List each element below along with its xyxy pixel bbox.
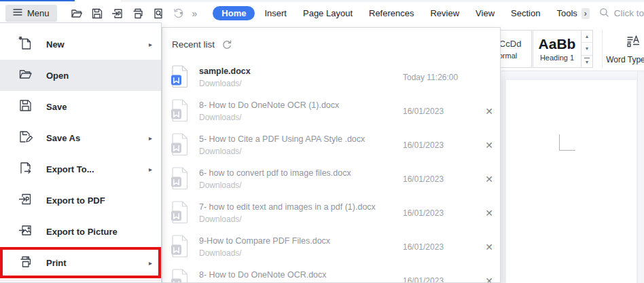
menu-item-label: Open <box>46 71 69 81</box>
tab-references[interactable]: References <box>361 6 422 20</box>
file-path: Downloads/ <box>199 181 403 190</box>
file-date: 16/01/2023 <box>403 242 478 252</box>
style-preview: AaBb <box>539 36 576 52</box>
menu-item-save-as[interactable]: Save As ▸ <box>0 122 161 153</box>
tab-section[interactable]: Section <box>503 6 548 20</box>
file-path: Downloads/ <box>199 248 403 258</box>
undo-icon[interactable]: ▾ <box>173 7 183 19</box>
menu-item-label: Export to PDF <box>46 195 105 206</box>
file-date: 16/01/2023 <box>403 107 478 116</box>
docx-file-icon <box>171 65 199 90</box>
file-name: 9-How to Compare PDF Files.docx <box>199 236 403 246</box>
menu-item-export-to-picture[interactable]: Export to Picture <box>0 216 161 247</box>
menu-item-label: Print <box>46 258 67 268</box>
close-icon[interactable]: ✕ <box>478 174 501 185</box>
find-commands-search[interactable]: Click to find commands <box>599 7 644 20</box>
ribbon-tabs: Home Insert Page Layout References Revie… <box>213 6 589 20</box>
save-as-icon <box>18 130 33 147</box>
menu-item-label: New <box>46 39 65 50</box>
close-icon[interactable]: ✕ <box>478 140 501 151</box>
menu-item-export-to[interactable]: Export To... ▸ <box>0 153 161 185</box>
recent-file-row[interactable]: 8- How to Do OneNote OCR.docx Downloads/… <box>171 264 492 283</box>
main-toolbar: Menu ▾ » Hom <box>0 2 644 24</box>
document-page[interactable] <box>506 80 637 283</box>
hamburger-icon <box>13 8 22 18</box>
print-icon[interactable] <box>132 7 144 20</box>
recent-file-row[interactable]: 7- how to edit text and images in a pdf … <box>171 196 492 230</box>
gallery-up-icon[interactable]: ▴ <box>582 31 592 43</box>
style-heading1[interactable]: AaBb Heading 1 <box>533 30 582 68</box>
file-name: 7- how to edit text and images in a pdf … <box>199 202 403 212</box>
export-picture-icon <box>18 223 33 240</box>
file-name: 6- how to convert pdf to image files.doc… <box>199 168 403 178</box>
file-path: Downloads/ <box>199 214 403 224</box>
menu-item-open[interactable]: Open <box>0 60 161 91</box>
save-icon[interactable] <box>91 7 103 20</box>
menu-item-label: Save <box>46 102 67 112</box>
menu-item-label: Save As <box>46 133 80 143</box>
recent-file-row[interactable]: 6- how to convert pdf to image files.doc… <box>171 162 492 196</box>
export-pdf-icon[interactable] <box>111 7 124 20</box>
docx-file-icon <box>171 99 199 124</box>
open-icon[interactable] <box>71 7 83 20</box>
close-icon[interactable]: ✕ <box>478 276 501 283</box>
file-date: 16/01/2023 <box>403 140 478 150</box>
submenu-arrow-icon: ▸ <box>149 166 152 173</box>
docx-file-icon <box>171 235 199 260</box>
refresh-icon[interactable] <box>221 39 232 50</box>
tools-chevron-icon[interactable]: › <box>582 8 590 19</box>
menu-item-save[interactable]: Save <box>0 91 161 122</box>
ribbon-separator <box>602 29 603 69</box>
document-area <box>501 71 644 283</box>
recent-file-row[interactable]: 5- How to Cite a PDF Using APA Style .do… <box>171 128 492 162</box>
menu-item-label: Export to Picture <box>46 227 118 237</box>
tab-insert[interactable]: Insert <box>256 6 295 20</box>
open-folder-icon <box>18 67 33 84</box>
menu-button[interactable]: Menu <box>5 5 57 22</box>
submenu-arrow-icon: ▸ <box>149 134 152 142</box>
word-typesetting-button[interactable]: Word Typesetti <box>609 31 644 68</box>
active-tab-indicator <box>0 0 75 1</box>
menu-item-new[interactable]: New ▸ <box>0 29 161 60</box>
file-name: 8- How to Do OneNote OCR.docx <box>199 270 403 280</box>
file-name: sample.docx <box>199 67 403 76</box>
tab-page-layout[interactable]: Page Layout <box>295 6 361 20</box>
close-icon[interactable]: ✕ <box>478 242 501 252</box>
file-path: Downloads/ <box>199 79 403 88</box>
recent-file-row[interactable]: 8- How to Do OneNote OCR (1).docx Downlo… <box>171 94 492 128</box>
close-icon[interactable]: ✕ <box>478 106 501 117</box>
gallery-more-icon[interactable]: ▾ <box>582 56 592 67</box>
search-icon <box>599 7 609 20</box>
file-date: 16/01/2023 <box>403 174 478 184</box>
recent-list-title: Recent list <box>172 39 215 50</box>
print-menu-icon <box>18 254 33 271</box>
recent-file-row[interactable]: sample.docx Downloads/ Today 11:26:00 ✕ <box>171 60 492 94</box>
docx-file-icon <box>171 133 199 158</box>
vertical-scrollbar[interactable] <box>637 71 644 283</box>
tab-view[interactable]: View <box>467 6 503 20</box>
menu-item-export-to-pdf[interactable]: Export to PDF <box>0 185 161 216</box>
menu-item-label: Export To... <box>46 164 94 174</box>
close-icon[interactable]: ✕ <box>478 208 501 219</box>
tab-tools[interactable]: Tools <box>548 6 585 20</box>
file-date: 16/01/2023 <box>403 208 478 218</box>
gallery-down-icon[interactable]: ▾ <box>582 43 592 55</box>
tab-review[interactable]: Review <box>422 6 467 20</box>
docx-file-icon <box>171 167 199 192</box>
menu-item-print[interactable]: Print ▸ <box>0 247 161 278</box>
submenu-arrow-icon: ▸ <box>149 41 152 48</box>
style-gallery-spinner: ▴ ▾ ▾ <box>582 30 593 68</box>
export-to-icon <box>18 161 33 178</box>
file-date: 16/01/2023 <box>403 276 478 283</box>
word-typesetting-label: Word Typesetti <box>606 55 644 64</box>
recent-file-row[interactable]: 9-How to Compare PDF Files.docx Download… <box>171 230 492 264</box>
print-preview-icon[interactable] <box>152 7 164 20</box>
menu-button-label: Menu <box>27 8 50 18</box>
style-name: Heading 1 <box>540 54 574 62</box>
margin-corner-mark <box>559 134 575 151</box>
undo-dropdown-caret[interactable]: ▾ <box>180 10 183 16</box>
menu-divider <box>0 280 161 281</box>
submenu-arrow-icon: ▸ <box>149 259 152 267</box>
tab-home[interactable]: Home <box>213 6 255 20</box>
more-tools-icon[interactable]: » <box>192 8 197 19</box>
